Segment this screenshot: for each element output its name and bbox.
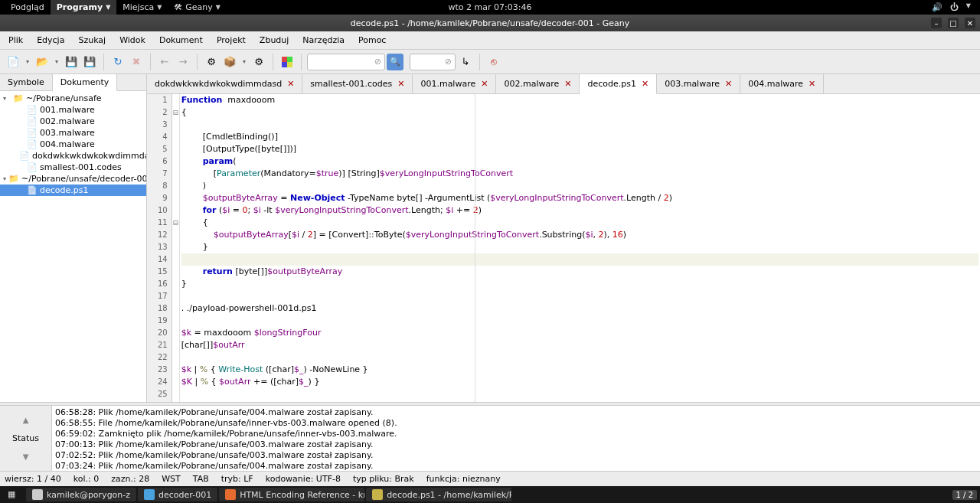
reload-button[interactable]: ↻ [109, 54, 126, 70]
close-icon[interactable]: ✕ [564, 79, 571, 89]
document-tab[interactable]: smallest-001.codes✕ [302, 74, 413, 93]
power-icon[interactable]: ⏻ [950, 2, 959, 12]
menu-projekt[interactable]: Projekt [210, 33, 253, 47]
code-editor[interactable]: 1234567891011121314151617181920212223242… [147, 94, 980, 402]
build-menu[interactable]: ▾ [240, 54, 249, 70]
quit-button[interactable]: ⎋ [485, 54, 502, 70]
fold-column[interactable]: ⊟⊟ [172, 94, 180, 402]
chevron-down-icon: ▼ [106, 4, 110, 11]
menu-edycja[interactable]: Edycja [30, 33, 71, 47]
goto-button[interactable]: ↳ [457, 54, 474, 70]
tree-item[interactable]: 📄decode.ps1 [0, 185, 146, 196]
status-ftype: typ pliku: Brak [353, 474, 414, 484]
close-icon[interactable]: ✕ [397, 79, 404, 89]
new-file-menu[interactable]: ▾ [23, 54, 32, 70]
maximize-button[interactable]: □ [948, 18, 959, 28]
svg-rect-2 [282, 62, 287, 67]
document-tree: ▾📁~/Pobrane/unsafe📄001.malware📄002.malwa… [0, 91, 146, 402]
tree-item[interactable]: 📄003.malware [0, 127, 146, 139]
taskbar-item[interactable]: decoder-001 [138, 488, 217, 501]
close-icon[interactable]: ✕ [481, 79, 488, 89]
menu-widok[interactable]: Widok [113, 33, 152, 47]
tree-item[interactable]: 📄002.malware [0, 116, 146, 127]
sidebar: SymboleDokumenty ▾📁~/Pobrane/unsafe📄001.… [0, 74, 147, 402]
tree-item[interactable]: ▾📁~/Pobrane/unsafe [0, 93, 146, 104]
menu-zbuduj[interactable]: Zbuduj [253, 33, 296, 47]
save-all-button[interactable]: 💾 [81, 54, 98, 70]
document-tab[interactable]: decode.ps1✕ [580, 74, 657, 94]
svg-rect-7 [372, 489, 383, 500]
document-tab[interactable]: dokdwkkwkdwkokwdimmdasd✕ [147, 74, 302, 93]
svg-rect-0 [282, 57, 287, 62]
sidebar-tab-symbole[interactable]: Symbole [0, 74, 53, 90]
search-button[interactable]: 🔍 [387, 54, 403, 70]
run-button[interactable]: ⚙ [250, 54, 267, 70]
message-log[interactable]: 06:58:28: Plik /home/kamilek/Pobrane/uns… [52, 406, 980, 471]
document-tab-label: 004.malware [748, 79, 803, 89]
search-field[interactable]: ⊘ [307, 54, 385, 70]
menu-dokument[interactable]: Dokument [152, 33, 210, 47]
expand-toggle-icon[interactable]: ▾ [3, 175, 6, 182]
log-line: 06:59:02: Zamknięto plik /home/kamilek/P… [55, 429, 977, 439]
tree-item[interactable]: 📄smallest-001.codes [0, 162, 146, 173]
menu-plik[interactable]: Plik [2, 33, 30, 47]
file-icon: 📄 [19, 152, 30, 161]
file-icon: 📄 [27, 129, 38, 138]
msg-tab-status[interactable]: Status [9, 424, 42, 452]
show-desktop-button[interactable]: ▦ [2, 488, 24, 501]
minimize-button[interactable]: – [931, 18, 942, 28]
code-content[interactable]: Function maxdooom{ [CmdletBinding()] [Ou… [180, 94, 980, 402]
close-icon[interactable]: ✕ [725, 79, 732, 89]
search-icon: 🔍 [390, 57, 400, 67]
panel-programy[interactable]: Programy ▼ [51, 0, 117, 15]
panel-clock[interactable]: wto 2 mar 07:03:46 [449, 2, 532, 12]
panel-podglad[interactable]: Podgląd [5, 0, 51, 15]
open-file-menu[interactable]: ▾ [52, 54, 61, 70]
document-tab[interactable]: 003.malware✕ [657, 74, 740, 93]
tree-item[interactable]: 📄001.malware [0, 104, 146, 116]
volume-icon[interactable]: 🔊 [932, 2, 942, 12]
tree-item[interactable]: 📄004.malware [0, 139, 146, 150]
close-icon[interactable]: ✕ [808, 79, 815, 89]
msg-tab-up[interactable]: ▲ [23, 416, 29, 424]
workspace-indicator[interactable]: 1 / 2 [952, 490, 977, 500]
taskbar-item[interactable]: decode.ps1 - /home/kamilek/Pobr… [366, 488, 511, 501]
menu-narzędzia[interactable]: Narzędzia [296, 33, 351, 47]
panel-miejsca[interactable]: Miejsca ▼ [116, 0, 168, 15]
clear-icon[interactable]: ⊘ [445, 57, 452, 67]
panel-app-indicator[interactable]: 🛠 Geany ▼ [168, 0, 227, 15]
close-icon[interactable]: ✕ [642, 79, 648, 89]
document-tabs: dokdwkkwkdwkokwdimmdasd✕smallest-001.cod… [147, 74, 980, 94]
app-icon [372, 489, 383, 500]
build-button[interactable]: 📦 [221, 54, 238, 70]
document-tab[interactable]: 002.malware✕ [496, 74, 580, 93]
chevron-down-icon[interactable]: ▼ [966, 2, 971, 12]
color-picker-button[interactable] [279, 54, 296, 70]
expand-toggle-icon[interactable]: ▾ [3, 95, 11, 102]
msg-tab-down[interactable]: ▼ [23, 452, 29, 461]
clear-icon[interactable]: ⊘ [374, 57, 381, 67]
open-file-button[interactable]: 📂 [34, 54, 51, 70]
close-button[interactable]: ✕ [965, 18, 975, 28]
menu-szukaj[interactable]: Szukaj [71, 33, 113, 47]
tree-item[interactable]: ▾📁~/Pobrane/unsafe/decoder-001 [0, 173, 146, 185]
save-file-button[interactable]: 💾 [63, 54, 80, 70]
document-tab[interactable]: 004.malware✕ [740, 74, 824, 93]
new-file-button[interactable]: 📄 [5, 54, 21, 70]
folder-icon: 📁 [13, 94, 24, 103]
taskbar-item-label: decoder-001 [158, 490, 211, 500]
svg-rect-6 [225, 489, 236, 500]
tree-item[interactable]: 📄dokdwkkwkdwkokwdimmdasd [0, 150, 146, 162]
compile-button[interactable]: ⚙ [203, 54, 220, 70]
svg-rect-3 [287, 62, 292, 67]
nav-forward-button: → [175, 54, 191, 70]
window-titlebar: decode.ps1 - /home/kamilek/Pobrane/unsaf… [0, 15, 980, 31]
taskbar-item[interactable]: kamilek@porygon-z [26, 488, 136, 501]
menu-pomoc[interactable]: Pomoc [351, 33, 393, 47]
tree-item-label: 004.malware [40, 139, 95, 149]
goto-line-field[interactable]: ⊘ [410, 54, 456, 70]
document-tab[interactable]: 001.malware✕ [413, 74, 496, 93]
sidebar-tab-dokumenty[interactable]: Dokumenty [53, 74, 117, 91]
taskbar-item[interactable]: HTML Encoding Reference - krypt… [219, 488, 364, 501]
close-icon[interactable]: ✕ [287, 79, 294, 89]
